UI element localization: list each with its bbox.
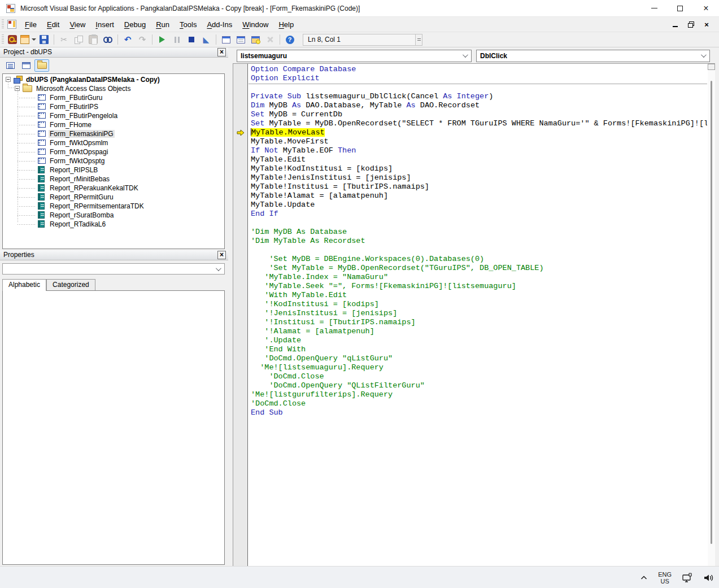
tree-item-report_rpermitguru[interactable]: Report_RPermitGuru (3, 193, 224, 202)
language-indicator[interactable]: ENG US (658, 571, 672, 585)
code-line-23[interactable]: 'Set MyTable = MyDB.OpenRecordset("TGuru… (249, 264, 707, 273)
child-minimize-button[interactable] (670, 20, 679, 28)
code-line-10[interactable]: If Not MyTable.EOF Then (249, 146, 707, 155)
view-object-button[interactable] (19, 59, 33, 72)
undo-button[interactable]: ↶ (121, 33, 134, 46)
tree-item-report_ripslb[interactable]: Report_RIPSLB (3, 165, 224, 175)
tree-folder-item[interactable]: Microsoft Access Class Objects (3, 84, 224, 93)
child-restore-button[interactable] (686, 20, 695, 28)
tab-categorized[interactable]: Categorized (46, 279, 95, 290)
scrollbar-thumb[interactable] (711, 81, 712, 544)
tree-item-report_rsuratbomba[interactable]: Report_rSuratBomba (3, 211, 224, 220)
menu-item-debug[interactable]: Debug (119, 18, 151, 31)
run-button[interactable] (155, 33, 169, 46)
code-line-36[interactable]: 'DoCmd.OpenQuery "QListFilterGuru" (249, 381, 707, 390)
code-line-4[interactable]: Private Sub listsemuaguru_DblClick(Cance… (249, 92, 707, 101)
code-line-6[interactable]: Set MyDB = CurrentDb (249, 110, 707, 119)
project-close-button[interactable]: × (217, 48, 226, 56)
code-line-39[interactable]: End Sub (249, 408, 707, 417)
tree-item-report_rtadikal6[interactable]: Report_RTadikaL6 (3, 220, 224, 229)
tree-item-form_fwktopspagi[interactable]: Form_fWktOpspagi (3, 147, 224, 156)
code-scrollbar[interactable] (708, 71, 715, 566)
maximize-button[interactable] (667, 0, 693, 17)
tray-chevron-icon[interactable] (640, 574, 648, 582)
code-line-21[interactable] (249, 246, 707, 255)
network-icon[interactable] (682, 573, 693, 583)
code-line-13[interactable]: MyTable!JenisInstitusi = [jenisips] (249, 173, 707, 182)
tree-item-form_fwktopsptg[interactable]: Form_fWktOpsptg (3, 156, 224, 165)
code-line-32[interactable]: 'End With (249, 345, 707, 354)
splitter-box[interactable] (708, 64, 715, 70)
tree-item-report_rminitbebas[interactable]: Report_rMinitBebas (3, 175, 224, 184)
code-line-29[interactable]: '!Institusi = [TbutirIPS.namaips] (249, 318, 707, 327)
properties-close-button[interactable]: × (217, 251, 226, 259)
code-line-7[interactable]: Set MyTable = MyDB.OpenRecordset("SELECT… (249, 119, 707, 128)
properties-window-button[interactable] (234, 33, 247, 46)
project-tree[interactable]: dbUPS (PangkalanDataIPSMelaka - Copy)Mic… (2, 73, 225, 249)
object-browser-button[interactable] (249, 33, 262, 46)
tree-item-form_fbutirpengelola[interactable]: Form_FButirPengelola (3, 111, 224, 120)
code-line-30[interactable]: '!Alamat = [alamatpenuh] (249, 327, 707, 336)
code-editor[interactable]: Option Compare DatabaseOption ExplicitPr… (249, 65, 707, 566)
code-line-3[interactable] (249, 83, 707, 92)
collapse-box[interactable] (6, 77, 11, 82)
code-margin[interactable] (233, 64, 248, 566)
code-line-17[interactable]: End If (249, 210, 707, 219)
close-button[interactable]: × (693, 0, 719, 17)
toolbar-grip[interactable] (2, 34, 4, 45)
properties-object-combo[interactable] (2, 263, 225, 275)
view-microsoft-access-button[interactable] (6, 33, 19, 46)
tree-item-form_fwktopsmlm[interactable]: Form_fWktOpsmlm (3, 138, 224, 147)
menu-item-window[interactable]: Window (237, 18, 273, 31)
toggle-folders-button[interactable] (34, 59, 49, 72)
code-line-24[interactable]: 'MyTable.Index = "NamaGuru" (249, 273, 707, 282)
event-combo[interactable]: DblClick (476, 50, 710, 62)
code-line-34[interactable]: 'Me![listsemuaguru].Requery (249, 363, 707, 372)
code-line-35[interactable]: 'DoCmd.Close (249, 372, 707, 381)
code-line-18[interactable] (249, 219, 707, 228)
tree-item-form_fkemaskinipg[interactable]: Form_FkemaskiniPG (3, 129, 224, 138)
volume-icon[interactable] (703, 573, 714, 582)
tree-item-form_fbutirips[interactable]: Form_FButirIPS (3, 102, 224, 111)
code-line-14[interactable]: MyTable!Institusi = [TbutirIPS.namaips] (249, 182, 707, 191)
menu-item-view[interactable]: View (64, 18, 90, 31)
menu-item-addins[interactable]: Add-Ins (202, 18, 237, 31)
help-button[interactable]: ? (283, 33, 297, 46)
save-button[interactable] (37, 33, 51, 46)
tab-alphabetic[interactable]: Alphabetic (2, 279, 46, 291)
menu-item-run[interactable]: Run (151, 18, 175, 31)
code-line-16[interactable]: MyTable.Update (249, 201, 707, 210)
code-line-27[interactable]: '!KodInstitusi = [kodips] (249, 300, 707, 309)
tree-item-report_rpermitsementaratdk[interactable]: Report_RPermitsementaraTDK (3, 202, 224, 211)
tree-item-report_rperakuankekaltdk[interactable]: Report_RPerakuanKekalTDK (3, 184, 224, 193)
find-button[interactable] (101, 33, 115, 46)
code-line-15[interactable]: MyTable!Alamat = [alamatpenuh] (249, 191, 707, 201)
menu-item-file[interactable]: File (20, 18, 42, 31)
code-line-2[interactable]: Option Explicit (249, 74, 707, 83)
code-line-19[interactable]: 'Dim MyDB As Database (249, 228, 707, 237)
code-line-12[interactable]: MyTable!KodInstitusi = [kodips] (249, 164, 707, 173)
tree-root-item[interactable]: dbUPS (PangkalanDataIPSMelaka - Copy) (3, 75, 224, 84)
code-line-5[interactable]: Dim MyDB As DAO.Database, MyTable As DAO… (249, 101, 707, 110)
menu-item-insert[interactable]: Insert (90, 18, 119, 31)
code-line-26[interactable]: 'With MyTable.Edit (249, 291, 707, 300)
code-line-38[interactable]: 'DoCmd.Close (249, 399, 707, 408)
code-line-20[interactable]: 'Dim MyTable As Recordset (249, 237, 707, 246)
code-window-icon[interactable] (7, 20, 16, 29)
tree-item-form_fhome[interactable]: Form_FHome (3, 120, 224, 129)
code-line-9[interactable]: MyTable.MoveFirst (249, 137, 707, 146)
design-mode-button[interactable]: ◣ (199, 33, 213, 46)
menu-item-edit[interactable]: Edit (42, 18, 64, 31)
menu-item-tools[interactable]: Tools (175, 18, 202, 31)
code-line-33[interactable]: 'DoCmd.OpenQuery "qListGuru" (249, 354, 707, 363)
view-code-button[interactable] (3, 59, 18, 72)
project-explorer-button[interactable] (219, 33, 233, 46)
reset-button[interactable] (185, 33, 198, 46)
insert-object-button[interactable] (20, 33, 36, 46)
toolbar-overflow-button[interactable] (416, 34, 422, 46)
menubar-grip[interactable] (2, 19, 4, 29)
minimize-button[interactable] (641, 0, 667, 17)
code-line-8[interactable]: MyTable.MoveLast (249, 128, 707, 137)
code-line-31[interactable]: '.Update (249, 336, 707, 345)
tree-item-form_fbutirguru[interactable]: Form_FButirGuru (3, 93, 224, 102)
